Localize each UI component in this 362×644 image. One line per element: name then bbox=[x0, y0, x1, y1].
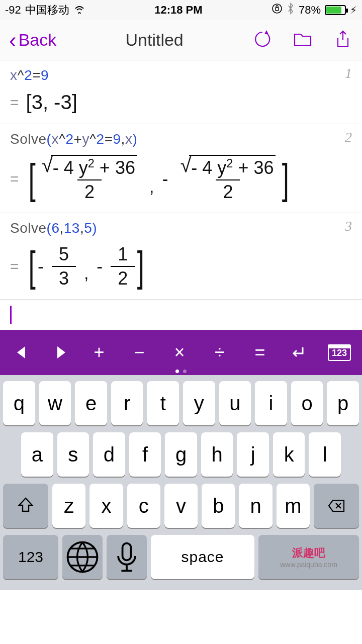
key-m[interactable]: m bbox=[277, 484, 310, 528]
key-r[interactable]: r bbox=[111, 381, 143, 425]
key-h[interactable]: h bbox=[201, 432, 233, 477]
text-cursor bbox=[10, 306, 12, 324]
globe-icon bbox=[62, 537, 103, 577]
equals-icon: = bbox=[10, 258, 19, 275]
cell-input[interactable]: Solve(6,13,5) bbox=[10, 220, 352, 237]
cell-result: [ - 53 , - 12 ] bbox=[26, 244, 147, 289]
charging-icon: ⚡︎ bbox=[350, 4, 357, 16]
key-d[interactable]: d bbox=[93, 432, 125, 477]
worksheet: 1 x^2=9 = [3, -3] 2 Solve(x^2+y^2=9,x) =… bbox=[0, 60, 362, 330]
math-toolbar: +−×÷= 123 bbox=[0, 330, 362, 375]
key-q[interactable]: q bbox=[3, 381, 35, 425]
key-i[interactable]: i bbox=[255, 381, 287, 425]
cursor-right-button[interactable] bbox=[51, 346, 71, 358]
cell[interactable]: 3 Solve(6,13,5) = [ - 53 , - 12 ] bbox=[0, 213, 362, 300]
return-icon bbox=[288, 342, 308, 362]
key-a[interactable]: a bbox=[21, 432, 53, 477]
equals-icon: = bbox=[10, 94, 19, 111]
key-n[interactable]: n bbox=[239, 484, 272, 528]
key-l[interactable]: l bbox=[309, 432, 341, 477]
clock: 12:18 PM bbox=[154, 4, 202, 17]
op-=-button[interactable]: = bbox=[250, 342, 270, 363]
key-p[interactable]: p bbox=[327, 381, 359, 425]
backspace-icon bbox=[327, 496, 346, 515]
cell-number: 3 bbox=[345, 218, 352, 234]
active-input-line[interactable] bbox=[0, 300, 362, 330]
folder-button[interactable] bbox=[293, 29, 313, 51]
battery-icon bbox=[325, 5, 346, 15]
chevron-left-icon: ‹ bbox=[9, 29, 17, 51]
op-+-button[interactable]: + bbox=[89, 342, 109, 363]
dictation-key[interactable] bbox=[107, 535, 147, 579]
op-×-button[interactable]: × bbox=[169, 342, 190, 363]
shift-icon bbox=[16, 496, 35, 515]
page-title: Untitled bbox=[125, 30, 183, 50]
triangle-left-icon bbox=[17, 346, 25, 358]
key-e[interactable]: e bbox=[75, 381, 107, 425]
key-t[interactable]: t bbox=[147, 381, 179, 425]
signal-strength: -92 bbox=[5, 4, 21, 17]
svg-rect-1 bbox=[276, 8, 279, 11]
key-v[interactable]: v bbox=[164, 484, 198, 528]
numbers-key[interactable]: 123 bbox=[3, 535, 58, 579]
back-label: Back bbox=[19, 30, 57, 50]
rotation-lock-icon bbox=[272, 3, 283, 17]
key-g[interactable]: g bbox=[165, 432, 197, 477]
op-−-button[interactable]: − bbox=[129, 342, 149, 363]
return-key[interactable]: 派趣吧 www.paiquba.com bbox=[258, 535, 359, 579]
key-f[interactable]: f bbox=[129, 432, 161, 477]
back-button[interactable]: ‹ Back bbox=[9, 29, 56, 51]
carrier-label: 中国移动 bbox=[25, 3, 69, 18]
cell-number: 2 bbox=[345, 129, 352, 145]
status-bar: -92 中国移动 12:18 PM 78% ⚡︎ bbox=[0, 0, 362, 20]
numpad-toggle-button[interactable]: 123 bbox=[328, 344, 351, 361]
key-o[interactable]: o bbox=[291, 381, 323, 425]
cell-number: 1 bbox=[345, 65, 352, 81]
cell-input[interactable]: Solve(x^2+y^2=9,x) bbox=[10, 131, 352, 148]
key-b[interactable]: b bbox=[202, 484, 235, 528]
cell-result: [ √- 4 y2 + 36 2 , - √- 4 y2 + 36 2 ] bbox=[26, 155, 292, 203]
op-÷-button[interactable]: ÷ bbox=[210, 342, 230, 363]
svg-rect-3 bbox=[123, 543, 131, 561]
refresh-button[interactable] bbox=[252, 29, 273, 51]
key-u[interactable]: u bbox=[219, 381, 251, 425]
nav-bar: ‹ Back Untitled bbox=[0, 20, 362, 60]
key-k[interactable]: k bbox=[273, 432, 305, 477]
cell[interactable]: 1 x^2=9 = [3, -3] bbox=[0, 60, 362, 124]
equals-icon: = bbox=[10, 170, 19, 188]
watermark: 派趣吧 www.paiquba.com bbox=[258, 535, 359, 579]
key-x[interactable]: x bbox=[89, 484, 123, 528]
space-key[interactable]: space bbox=[151, 535, 254, 579]
shift-key[interactable] bbox=[3, 484, 48, 528]
keyboard: qwertyuiop asdfghjkl zxcvbnm 123 space 派… bbox=[0, 375, 362, 590]
key-c[interactable]: c bbox=[127, 484, 160, 528]
triangle-right-icon bbox=[57, 346, 65, 358]
cursor-left-button[interactable] bbox=[11, 346, 31, 358]
page-dots bbox=[175, 370, 187, 373]
cell[interactable]: 2 Solve(x^2+y^2=9,x) = [ √- 4 y2 + 36 2 … bbox=[0, 124, 362, 213]
enter-button[interactable] bbox=[288, 342, 308, 362]
key-j[interactable]: j bbox=[237, 432, 269, 477]
share-button[interactable] bbox=[333, 29, 353, 51]
wifi-icon bbox=[73, 4, 85, 17]
cell-result: [3, -3] bbox=[26, 91, 77, 114]
backspace-key[interactable] bbox=[314, 484, 359, 528]
microphone-icon bbox=[107, 537, 147, 577]
key-z[interactable]: z bbox=[52, 484, 85, 528]
battery-pct: 78% bbox=[299, 4, 321, 17]
bluetooth-icon bbox=[287, 3, 295, 18]
globe-key[interactable] bbox=[62, 535, 103, 579]
key-s[interactable]: s bbox=[57, 432, 89, 477]
key-y[interactable]: y bbox=[183, 381, 215, 425]
key-w[interactable]: w bbox=[39, 381, 71, 425]
cell-input[interactable]: x^2=9 bbox=[10, 67, 352, 84]
